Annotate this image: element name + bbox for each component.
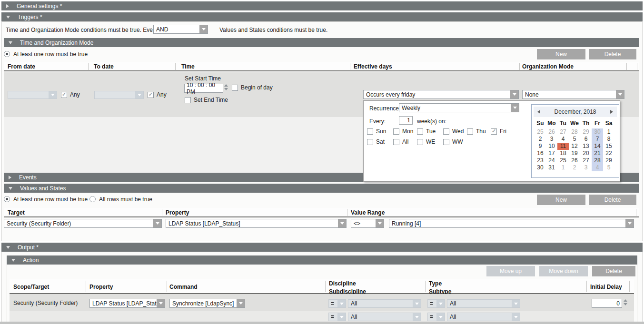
checkbox-box[interactable] [417, 128, 423, 135]
chevron-down-icon[interactable] [510, 90, 518, 98]
calendar-day[interactable]: 25 [557, 157, 569, 164]
org-mode-dropdown[interactable]: None [522, 90, 624, 99]
type-operator-dropdown[interactable]: = [427, 299, 445, 308]
collapse-down-icon[interactable] [9, 187, 12, 190]
property-dropdown[interactable]: LDAP Status [LDAP_Status] [166, 219, 347, 228]
set-end-time-checkbox[interactable]: Set End Time [185, 97, 228, 103]
calendar-day[interactable]: 29 [580, 128, 592, 136]
checkbox-box[interactable] [443, 139, 449, 145]
delete-button[interactable]: Delete [589, 195, 636, 205]
calendar-day[interactable]: 1 [557, 164, 569, 171]
weekday-checkbox-sat[interactable]: Sat [367, 138, 385, 145]
calendar-day[interactable]: 18 [557, 150, 569, 157]
weekday-checkbox-ww[interactable]: WW [443, 138, 463, 145]
checkbox-box[interactable] [491, 128, 497, 135]
calendar-day[interactable]: 10 [546, 143, 557, 150]
checkbox-box[interactable] [417, 139, 423, 145]
calendar-day[interactable]: 30 [535, 164, 546, 171]
chevron-down-icon[interactable] [337, 300, 346, 307]
chevron-down-icon[interactable] [338, 219, 346, 227]
chevron-down-icon[interactable] [199, 25, 208, 33]
chevron-down-icon[interactable] [625, 219, 634, 227]
chevron-down-icon[interactable] [512, 313, 520, 321]
events-operator-dropdown[interactable]: AND [153, 25, 208, 34]
calendar-day[interactable]: 3 [546, 136, 557, 143]
calendar-day-today[interactable]: 11 [557, 143, 569, 150]
calendar-day[interactable]: 17 [546, 150, 557, 157]
weekday-checkbox-thu[interactable]: Thu [467, 128, 486, 135]
move-up-button[interactable]: Move up [486, 266, 535, 276]
calendar-day[interactable]: 25 [535, 128, 546, 136]
calendar-day[interactable]: 23 [535, 157, 546, 164]
chevron-down-icon[interactable] [616, 90, 624, 98]
calendar-day[interactable]: 31 [546, 164, 557, 171]
collapse-down-icon[interactable] [11, 259, 15, 262]
calendar-day[interactable]: 26 [546, 128, 557, 136]
to-date-dropdown[interactable] [94, 91, 144, 99]
calendar-day[interactable]: 4 [557, 136, 569, 143]
weekday-checkbox-mon[interactable]: Mon [393, 128, 413, 135]
checkbox-box[interactable] [61, 92, 67, 98]
expand-right-icon[interactable] [9, 176, 11, 179]
calendar-day[interactable]: 19 [569, 150, 580, 157]
new-button[interactable]: New [537, 195, 585, 205]
weekday-checkbox-all[interactable]: All [393, 138, 408, 145]
section-values-states[interactable]: Values and States [4, 184, 639, 193]
effective-days-dropdown[interactable]: Occurs every friday [363, 90, 519, 99]
weekday-checkbox-sun[interactable]: Sun [367, 128, 386, 135]
radio-all-rows[interactable] [89, 196, 96, 202]
chevron-down-icon[interactable] [157, 299, 165, 307]
subdiscipline-dropdown[interactable]: All [348, 313, 421, 321]
calendar-day[interactable]: 2 [569, 164, 580, 171]
delete-button[interactable]: Delete [589, 49, 636, 59]
chevron-down-icon[interactable] [376, 219, 384, 227]
action-command-dropdown[interactable]: Synchronize [LdapSync] [169, 299, 245, 308]
section-output[interactable]: Output * [1, 243, 643, 252]
chevron-down-icon[interactable] [436, 313, 445, 321]
section-general-settings[interactable]: General settings * [1, 1, 643, 10]
calendar-day[interactable]: 30 [592, 128, 603, 136]
calendar-day[interactable]: 20 [580, 150, 592, 157]
value-range-dropdown[interactable]: Running [4] [389, 219, 634, 228]
recurrence-dropdown[interactable]: Weekly [399, 103, 519, 112]
calendar-day[interactable]: 15 [603, 143, 614, 150]
subdiscipline-operator-dropdown[interactable]: = [328, 313, 346, 321]
chevron-down-icon[interactable] [49, 91, 57, 98]
calendar-day[interactable]: 13 [580, 143, 592, 150]
checkbox-box[interactable] [393, 139, 399, 145]
discipline-operator-dropdown[interactable]: = [328, 299, 346, 308]
spinner-up-icon[interactable] [624, 299, 627, 302]
checkbox-box[interactable] [467, 128, 473, 135]
chevron-down-icon[interactable] [153, 219, 161, 227]
expand-right-icon[interactable] [6, 4, 9, 8]
target-dropdown[interactable]: Security (Security Folder) [4, 219, 162, 228]
chevron-down-icon[interactable] [413, 300, 421, 307]
calendar-day[interactable]: 12 [569, 143, 580, 150]
chevron-down-icon[interactable] [436, 300, 445, 307]
to-date-any-checkbox[interactable]: Any [148, 91, 167, 98]
from-date-any-checkbox[interactable]: Any [61, 91, 80, 98]
checkbox-box[interactable] [148, 92, 154, 98]
section-action[interactable]: Action [7, 255, 637, 265]
calendar-day[interactable]: 4 [592, 164, 603, 171]
every-input[interactable]: 1 [399, 116, 413, 125]
weekday-checkbox-we[interactable]: WE [417, 138, 435, 145]
type-dropdown[interactable]: All [447, 299, 520, 308]
section-time-org-mode[interactable]: Time and Organization Mode [4, 38, 639, 47]
calendar-day[interactable]: 28 [592, 157, 603, 164]
action-property-dropdown[interactable]: LDAP Status [LDAP_Status] [89, 299, 165, 308]
calendar-day[interactable]: 9 [535, 143, 546, 150]
radio-at-least-one-row[interactable] [4, 51, 10, 57]
new-button[interactable]: New [537, 49, 585, 59]
subtype-dropdown[interactable]: All [447, 313, 520, 321]
checkbox-box[interactable] [393, 128, 399, 135]
calendar-day[interactable]: 2 [535, 136, 546, 143]
from-date-dropdown[interactable] [8, 91, 57, 99]
calendar-day[interactable]: 3 [580, 164, 592, 171]
subtype-operator-dropdown[interactable]: = [427, 313, 445, 321]
chevron-down-icon[interactable] [337, 313, 346, 321]
calendar-day[interactable]: 27 [557, 128, 569, 136]
radio-at-least-one-row[interactable] [4, 196, 10, 202]
chevron-down-icon[interactable] [237, 299, 245, 307]
calendar-day[interactable]: 6 [580, 136, 592, 143]
